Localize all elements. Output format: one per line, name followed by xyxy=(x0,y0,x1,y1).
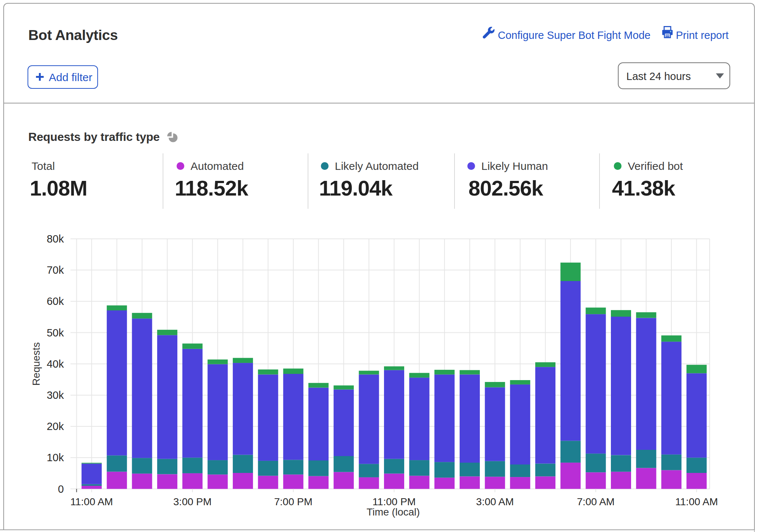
svg-text:7:00 AM: 7:00 AM xyxy=(577,496,615,507)
svg-text:30k: 30k xyxy=(47,389,64,401)
svg-text:20k: 20k xyxy=(47,420,64,432)
svg-text:3:00 AM: 3:00 AM xyxy=(476,496,514,507)
svg-text:70k: 70k xyxy=(47,264,64,276)
svg-text:11:00 AM: 11:00 AM xyxy=(70,496,113,507)
svg-text:11:00 PM: 11:00 PM xyxy=(373,496,416,507)
svg-text:11:00 AM: 11:00 AM xyxy=(675,496,718,507)
svg-text:Time (local): Time (local) xyxy=(366,506,420,518)
svg-text:10k: 10k xyxy=(47,452,64,463)
svg-text:Requests: Requests xyxy=(30,342,42,386)
svg-text:3:00 PM: 3:00 PM xyxy=(173,496,211,507)
svg-text:40k: 40k xyxy=(47,358,64,370)
svg-text:60k: 60k xyxy=(47,295,64,307)
svg-text:80k: 80k xyxy=(47,233,64,245)
svg-text:50k: 50k xyxy=(47,327,64,339)
svg-text:7:00 PM: 7:00 PM xyxy=(274,496,312,507)
svg-text:0: 0 xyxy=(58,483,64,495)
